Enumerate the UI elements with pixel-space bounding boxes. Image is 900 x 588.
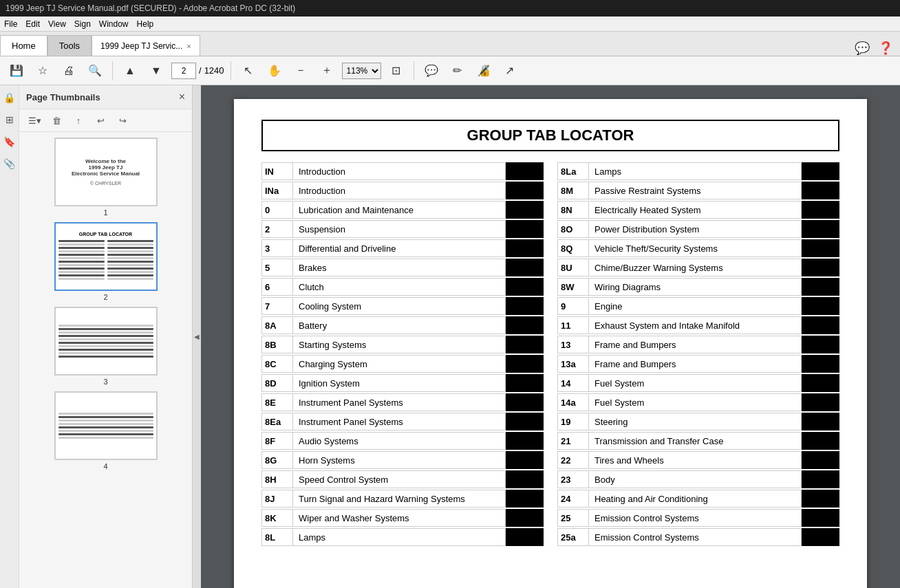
row-label: Suspension [293, 220, 506, 238]
row-label: Charging System [293, 355, 506, 373]
zoom-in-button[interactable]: ＋ [316, 60, 338, 82]
draw-button[interactable]: ✏ [447, 60, 469, 82]
table-row: 8UChime/Buzzer Warning Systems [557, 259, 839, 276]
attachments-icon[interactable]: 📎 [1, 155, 18, 172]
fit-page-button[interactable]: ⊡ [385, 60, 407, 82]
sidebar-collapse-handle[interactable]: ◀ [193, 85, 201, 588]
sidebar-delete-button[interactable]: 🗑 [47, 112, 66, 129]
next-page-button[interactable]: ▼ [145, 60, 167, 82]
export-button[interactable]: ↗ [499, 60, 521, 82]
find-button[interactable]: 🔍 [84, 60, 106, 82]
row-code: 19 [557, 413, 589, 431]
row-code: 0 [261, 201, 293, 219]
row-label: Chime/Buzzer Warning Systems [589, 259, 802, 276]
chat-icon[interactable]: 💬 [855, 41, 870, 56]
row-bar [506, 278, 544, 296]
row-label: Body [589, 470, 802, 488]
menu-help[interactable]: Help [137, 19, 154, 29]
row-code: 8F [261, 432, 293, 450]
menu-window[interactable]: Window [99, 19, 129, 29]
comment-button[interactable]: 💬 [420, 60, 442, 82]
table-row: 5Brakes [261, 259, 544, 276]
sidebar-menu-button[interactable]: ☰▾ [25, 112, 44, 129]
row-label: Starting Systems [293, 336, 506, 353]
row-code: 8O [557, 220, 589, 238]
row-code: 8D [261, 374, 293, 392]
sidebar-close-button[interactable]: × [179, 91, 185, 103]
row-bar [506, 336, 544, 353]
page-sep: / [199, 65, 202, 76]
thumbnail-2-image: GROUP TAB LOCATOR [54, 222, 158, 291]
page-navigation: / 1240 [171, 63, 224, 79]
row-bar [802, 259, 839, 276]
current-page-input[interactable] [171, 63, 196, 79]
row-code: 9 [557, 297, 589, 315]
thumbnail-4[interactable]: 4 [25, 391, 186, 470]
row-bar [802, 182, 839, 199]
thumbnail-3[interactable]: 3 [25, 307, 186, 386]
left-icon-panel: 🔒 ⊞ 🔖 📎 [0, 85, 19, 588]
menu-view[interactable]: View [48, 19, 66, 29]
menu-sign[interactable]: Sign [74, 19, 91, 29]
menu-file[interactable]: File [4, 19, 17, 29]
row-code: 8J [261, 490, 293, 508]
tab-home[interactable]: Home [0, 35, 47, 56]
row-code: 8K [261, 509, 293, 527]
bookmark-button[interactable]: ☆ [32, 60, 54, 82]
menu-edit[interactable]: Edit [25, 19, 40, 29]
print-button[interactable]: 🖨 [58, 60, 80, 82]
row-code: 8Q [557, 239, 589, 257]
table-row: 8MPassive Restraint Systems [557, 182, 839, 199]
table-row: 11Exhaust System and Intake Manifold [557, 316, 839, 334]
sidebar-redo-button[interactable]: ↪ [113, 112, 132, 129]
table-row: 2Suspension [261, 220, 544, 238]
row-label: Clutch [293, 278, 506, 296]
row-bar [802, 355, 839, 373]
row-code: 8La [557, 162, 589, 180]
row-bar [802, 297, 839, 315]
sidebar-toolbar: ☰▾ 🗑 ↑ ↩ ↪ [19, 109, 192, 132]
row-code: 6 [261, 278, 293, 296]
row-code: 25 [557, 509, 589, 527]
stamp-button[interactable]: 🔏 [473, 60, 495, 82]
row-code: 8W [557, 278, 589, 296]
table-row: 22Tires and Wheels [557, 451, 839, 469]
menu-bar: File Edit View Sign Window Help [0, 17, 900, 32]
zoom-select[interactable]: 113% 100% 75% 125% [342, 63, 381, 79]
row-bar [802, 278, 839, 296]
zoom-out-button[interactable]: － [290, 60, 312, 82]
row-code: 25a [557, 528, 589, 546]
row-label: Speed Control System [293, 470, 506, 488]
row-label: Engine [589, 297, 802, 315]
help-icon[interactable]: ❓ [878, 41, 893, 56]
bookmarks-icon[interactable]: 🔖 [1, 133, 18, 150]
table-row: 8LLamps [261, 528, 544, 546]
prev-page-button[interactable]: ▲ [119, 60, 141, 82]
row-bar [506, 259, 544, 276]
thumbnail-2[interactable]: GROUP TAB LOCATOR [25, 222, 186, 301]
row-bar [802, 220, 839, 238]
row-code: 3 [261, 239, 293, 257]
hand-tool[interactable]: ✋ [264, 60, 286, 82]
tab-close-button[interactable]: × [186, 42, 191, 50]
select-tool[interactable]: ↖ [237, 60, 259, 82]
tab-document[interactable]: 1999 Jeep TJ Servic... × [92, 35, 200, 56]
sidebar-undo-button[interactable]: ↩ [91, 112, 110, 129]
thumbnails-icon[interactable]: ⊞ [1, 111, 18, 128]
pdf-viewer[interactable]: GROUP TAB LOCATOR INIntroductionINaIntro… [201, 85, 900, 588]
row-bar [506, 393, 544, 411]
thumbnail-1[interactable]: Welcome to the1999 Jeep TJElectronic Ser… [25, 138, 186, 217]
row-label: Horn Systems [293, 451, 506, 469]
row-code: 8M [557, 182, 589, 199]
group-tab-locator-title: GROUP TAB LOCATOR [261, 120, 839, 151]
table-row: 13Frame and Bumpers [557, 336, 839, 353]
row-bar [802, 509, 839, 527]
sidebar: 🔒 ⊞ 🔖 📎 Page Thumbnails × ☰▾ 🗑 ↑ ↩ ↪ [0, 85, 193, 588]
save-button[interactable]: 💾 [6, 60, 28, 82]
sidebar-move-up-button[interactable]: ↑ [69, 112, 88, 129]
tab-tools[interactable]: Tools [47, 35, 92, 56]
row-bar [506, 432, 544, 450]
sidebar-header: Page Thumbnails × [19, 85, 192, 109]
row-bar [506, 182, 544, 199]
table-row: 7Cooling System [261, 297, 544, 315]
